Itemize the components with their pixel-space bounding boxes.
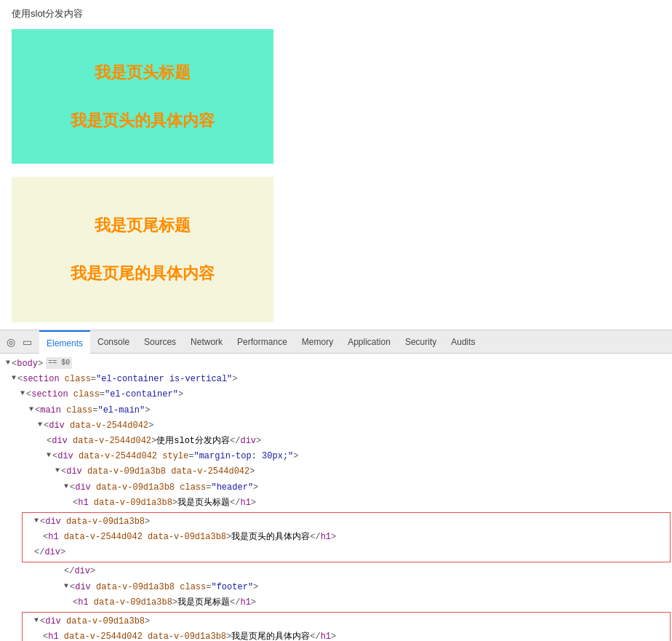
arrow-div-header[interactable]: ▼ [64, 481, 68, 493]
arrow-div-2544[interactable]: ▼ [38, 419, 42, 431]
devtools-panel: ◎ ▭ Elements Console Sources Network Per… [0, 330, 672, 641]
code-line-div-slot2-open: ▼ <div data-v-09d1a3b8 > [23, 614, 670, 629]
highlighted-box-header-slot: ▼ <div data-v-09d1a3b8 > <h1 data-v-2544… [22, 512, 671, 563]
tab-performance[interactable]: Performance [230, 330, 295, 354]
arrow-section2[interactable]: ▼ [20, 388, 25, 399]
code-line-body: ▼ <body> == $0 [0, 357, 672, 372]
tab-application[interactable]: Application [340, 330, 398, 354]
code-line-div-slot1-close: </div> [23, 545, 670, 560]
code-line-div-2544: ▼ <div data-v-2544d042 > [0, 418, 672, 434]
tab-elements[interactable]: Elements [39, 330, 90, 354]
code-line-h1-footer-content: <h1 data-v-2544d042 data-v-09d1a3b8 >我是页… [23, 629, 670, 641]
elements-panel[interactable]: ▼ <body> == $0 ▼ <section class="el-cont… [0, 354, 672, 641]
arrow-slot1[interactable]: ▼ [34, 515, 39, 527]
arrow-section1[interactable]: ▼ [12, 373, 16, 384]
tab-network[interactable]: Network [183, 330, 230, 354]
code-line-h1-footer-title: <h1 data-v-09d1a3b8 >我是页尾标题</h1> [0, 595, 672, 610]
arrow-div-footer[interactable]: ▼ [64, 581, 68, 592]
code-line-main: ▼ <main class="el-main" > [0, 403, 672, 418]
code-line-div-slot1-open: ▼ <div data-v-09d1a3b8 > [23, 514, 670, 530]
code-line-section1: ▼ <section class="el-container is-vertic… [0, 372, 672, 387]
code-line-div-footer: ▼ <div data-v-09d1a3b8 class="footer" > [0, 580, 672, 595]
tab-security[interactable]: Security [398, 330, 444, 354]
header-content-text: 我是页头的具体内容 [71, 110, 215, 132]
code-line-header-close: </div> [0, 564, 672, 579]
code-line-slot-text: <div data-v-2544d042 >使用slot分发内容</div> [0, 434, 672, 449]
code-line-h1-header-content: <h1 data-v-2544d042 data-v-09d1a3b8 >我是页… [23, 530, 670, 545]
tab-sources[interactable]: Sources [137, 330, 183, 354]
arrow-main[interactable]: ▼ [29, 404, 33, 415]
footer-title-text: 我是页尾标题 [95, 215, 191, 236]
devtools-icon-buttons: ◎ ▭ [3, 334, 35, 350]
devtools-tab-bar: ◎ ▭ Elements Console Sources Network Per… [0, 330, 672, 354]
arrow-body[interactable]: ▼ [6, 357, 10, 369]
footer-content-text: 我是页尾的具体内容 [71, 263, 215, 284]
page-title-label: 使用slot分发内容 [12, 7, 660, 20]
code-line-div-09d1: ▼ <div data-v-09d1a3b8 data-v-2544d042 > [0, 464, 672, 479]
tab-memory[interactable]: Memory [295, 330, 340, 354]
code-line-section2: ▼ <section class="el-container" > [0, 387, 672, 402]
footer-preview-box: 我是页尾标题 我是页尾的具体内容 [12, 177, 273, 322]
code-line-div-margin: ▼ <div data-v-2544d042 style="margin-top… [0, 449, 672, 464]
header-title-text: 我是页头标题 [95, 62, 191, 84]
arrow-div-09d1[interactable]: ▼ [55, 465, 60, 477]
tab-console[interactable]: Console [90, 330, 137, 354]
highlighted-box-footer-slot: ▼ <div data-v-09d1a3b8 > <h1 data-v-2544… [22, 612, 671, 641]
code-line-h1-header-title: <h1 data-v-09d1a3b8 >我是页头标题</h1> [0, 495, 672, 511]
tab-audits[interactable]: Audits [444, 330, 482, 354]
arrow-slot2[interactable]: ▼ [34, 615, 39, 626]
arrow-div-margin[interactable]: ▼ [47, 450, 51, 461]
devtools-inspect-icon[interactable]: ◎ [3, 334, 19, 350]
header-preview-box: 我是页头标题 我是页头的具体内容 [12, 29, 273, 164]
devtools-device-icon[interactable]: ▭ [19, 334, 35, 350]
preview-area: 使用slot分发内容 我是页头标题 我是页头的具体内容 我是页尾标题 我是页尾的… [0, 0, 672, 330]
code-line-div-header: ▼ <div data-v-09d1a3b8 class="header" > [0, 480, 672, 495]
